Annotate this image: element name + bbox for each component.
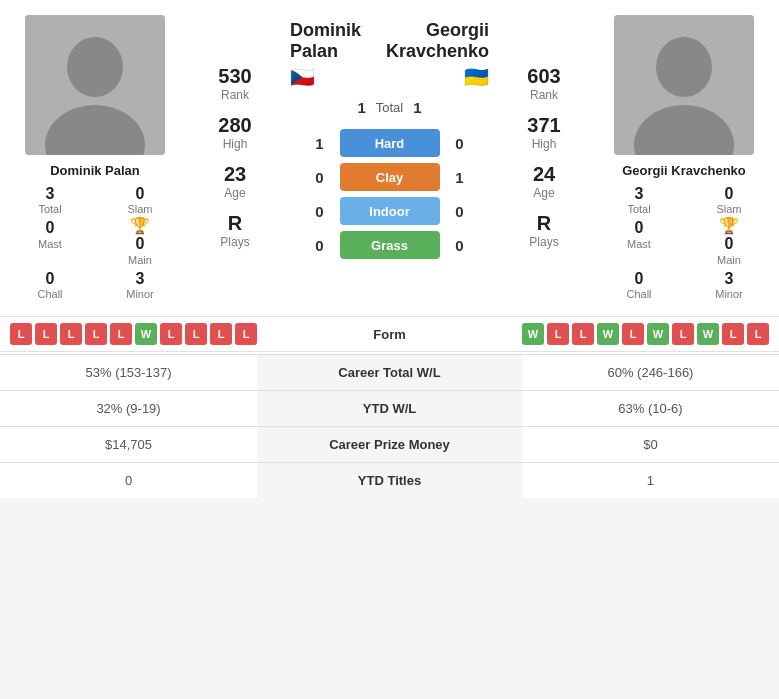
player2-form-badges: WLLWLWLWLL (522, 323, 769, 345)
player2-middle-stats: 603 Rank 371 High 24 Age R Plays (489, 15, 599, 301)
hard-p2-score: 0 (450, 135, 470, 152)
stats-row: 53% (153-137) Career Total W/L 60% (246-… (0, 355, 779, 391)
svg-point-1 (67, 37, 123, 97)
form-badge: L (622, 323, 644, 345)
hard-button[interactable]: Hard (340, 129, 440, 157)
form-badge: W (697, 323, 719, 345)
stats-row: 32% (9-19) YTD W/L 63% (10-6) (0, 391, 779, 427)
player2-stats: 3 Total 0 Slam 0 Mast 🏆 0 Main 0 (599, 184, 769, 301)
stat-label: YTD W/L (257, 391, 522, 427)
stat-label: Career Prize Money (257, 427, 522, 463)
form-badge: L (210, 323, 232, 345)
grass-button[interactable]: Grass (340, 231, 440, 259)
total-row: 1 Total 1 (357, 99, 421, 116)
player2-minor: 3 Minor (689, 269, 769, 301)
player1-middle-stats: 530 Rank 280 High 23 Age R Plays (180, 15, 290, 301)
form-row: LLLLLWLLLL Form WLLWLWLWLL (0, 316, 779, 352)
form-badge: L (160, 323, 182, 345)
stat-label: YTD Titles (257, 463, 522, 499)
stats-table: 53% (153-137) Career Total W/L 60% (246-… (0, 354, 779, 498)
player1-trophy: 🏆 0 Main (100, 218, 180, 266)
form-badge: L (672, 323, 694, 345)
p2-header-name: Georgii Kravchenko (386, 20, 489, 62)
player2-plays-stat: R Plays (529, 212, 558, 249)
form-badge: L (572, 323, 594, 345)
player2-slam: 0 Slam (689, 184, 769, 216)
stats-row: 0 YTD Titles 1 (0, 463, 779, 499)
trophy-icon-p1: 🏆 (130, 218, 150, 234)
grass-p2-score: 0 (450, 237, 470, 254)
form-badge: L (235, 323, 257, 345)
total-label: Total (376, 100, 403, 115)
stat-p2-value: 60% (246-166) (522, 355, 779, 391)
player1-chall: 0 Chall (10, 269, 90, 301)
form-badge: W (647, 323, 669, 345)
player2-card: Georgii Kravchenko 3 Total 0 Slam 0 Mast… (599, 15, 769, 301)
form-badge: W (135, 323, 157, 345)
p1-header-flag: 🇨🇿 (290, 65, 386, 89)
stat-p1-value: $14,705 (0, 427, 257, 463)
svg-point-4 (656, 37, 712, 97)
player2-name: Georgii Kravchenko (622, 163, 746, 178)
stats-row: $14,705 Career Prize Money $0 (0, 427, 779, 463)
form-badge: W (522, 323, 544, 345)
clay-button[interactable]: Clay (340, 163, 440, 191)
hard-p1-score: 1 (310, 135, 330, 152)
player1-avatar (25, 15, 165, 155)
stat-p2-value: 1 (522, 463, 779, 499)
player1-total: 3 Total (10, 184, 90, 216)
player1-minor: 3 Minor (100, 269, 180, 301)
player1-card: Dominik Palan 3 Total 0 Slam 0 Mast 🏆 0 (10, 15, 180, 301)
form-badge: W (597, 323, 619, 345)
stat-label: Career Total W/L (257, 355, 522, 391)
player2-age-stat: 24 Age (533, 163, 555, 200)
p1-header-name: Dominik Palan (290, 20, 386, 62)
surface-row-indoor: 0 Indoor 0 (290, 197, 489, 225)
form-badge: L (35, 323, 57, 345)
player2-rank-stat: 603 Rank (527, 65, 560, 102)
player2-total: 3 Total (599, 184, 679, 216)
form-badge: L (85, 323, 107, 345)
player2-chall: 0 Chall (599, 269, 679, 301)
top-section: Dominik Palan 3 Total 0 Slam 0 Mast 🏆 0 (0, 0, 779, 316)
indoor-p1-score: 0 (310, 203, 330, 220)
main-container: Dominik Palan 3 Total 0 Slam 0 Mast 🏆 0 (0, 0, 779, 498)
form-label: Form (373, 327, 406, 342)
player1-plays-stat: R Plays (220, 212, 249, 249)
form-badge: L (10, 323, 32, 345)
total-p2-score: 1 (413, 99, 421, 116)
grass-p1-score: 0 (310, 237, 330, 254)
trophy-icon-p2: 🏆 (719, 218, 739, 234)
player1-rank-stat: 530 Rank (218, 65, 251, 102)
form-badge: L (185, 323, 207, 345)
total-p1-score: 1 (357, 99, 365, 116)
p2-header: Georgii Kravchenko🇺🇦 (386, 20, 489, 89)
surface-row-grass: 0 Grass 0 (290, 231, 489, 259)
surface-row-clay: 0 Clay 1 (290, 163, 489, 191)
clay-p1-score: 0 (310, 169, 330, 186)
p2-header-flag: 🇺🇦 (386, 65, 489, 89)
stat-p1-value: 0 (0, 463, 257, 499)
form-badge: L (60, 323, 82, 345)
player2-trophy: 🏆 0 Main (689, 218, 769, 266)
stat-p2-value: $0 (522, 427, 779, 463)
player1-name: Dominik Palan (50, 163, 140, 178)
stat-p2-value: 63% (10-6) (522, 391, 779, 427)
form-badge: L (722, 323, 744, 345)
player2-high-stat: 371 High (527, 114, 560, 151)
indoor-button[interactable]: Indoor (340, 197, 440, 225)
player1-high-stat: 280 High (218, 114, 251, 151)
player2-mast: 0 Mast (599, 218, 679, 266)
player1-stats: 3 Total 0 Slam 0 Mast 🏆 0 Main 0 (10, 184, 180, 301)
player1-slam: 0 Slam (100, 184, 180, 216)
player1-mast: 0 Mast (10, 218, 90, 266)
player1-form-badges: LLLLLWLLLL (10, 323, 257, 345)
clay-p2-score: 1 (450, 169, 470, 186)
player1-age-stat: 23 Age (224, 163, 246, 200)
surface-row-hard: 1 Hard 0 (290, 129, 489, 157)
players-header: Dominik Palan🇨🇿Georgii Kravchenko🇺🇦 (290, 20, 489, 89)
form-badge: L (547, 323, 569, 345)
surface-rows: 1 Hard 0 0 Clay 1 0 Indoor 0 0 Grass (290, 129, 489, 259)
indoor-p2-score: 0 (450, 203, 470, 220)
stat-p1-value: 53% (153-137) (0, 355, 257, 391)
